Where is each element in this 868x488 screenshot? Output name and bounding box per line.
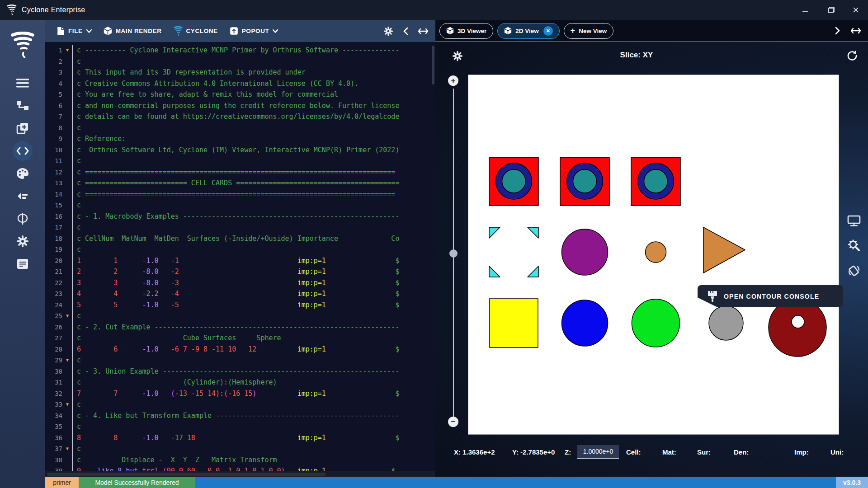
code-text[interactable]: 9 like 8 but trcl (90 0 60 0 0 1 0 1 0 1… <box>72 465 395 471</box>
viewer-tab-new-view[interactable]: +New View <box>564 23 614 39</box>
open-contour-console-button[interactable]: OPEN CONTOUR CONSOLE <box>698 285 843 307</box>
code-line[interactable]: 15c <box>45 200 435 211</box>
code-text[interactable]: 2 2 -8.0 -2 imp:p=1 $ <box>72 266 399 277</box>
code-text[interactable]: c Reference: <box>72 133 126 145</box>
code-line[interactable]: 234 4 -2.2 -4 imp:p=1 $ <box>45 288 435 300</box>
code-line[interactable]: 19c <box>45 244 435 255</box>
code-line[interactable]: 8c <box>45 122 435 134</box>
code-line[interactable]: 11c <box>45 155 435 167</box>
sidebar-item-flow[interactable] <box>13 186 33 206</box>
code-line[interactable]: 368 8 -1.0 -17 18 imp:p=1 $ <box>45 432 435 444</box>
minimize-button[interactable] <box>801 6 809 14</box>
geometry-cell-polygon[interactable] <box>703 227 745 273</box>
code-text[interactable]: c ========================= CELL CARDS =… <box>72 178 399 189</box>
monitor-icon[interactable] <box>847 215 861 227</box>
code-text[interactable]: 8 8 -1.0 -17 18 imp:p=1 $ <box>72 432 399 444</box>
code-text[interactable]: c details can be found at https://creati… <box>72 111 399 122</box>
editor-settings-gear-icon[interactable] <box>383 26 393 36</box>
code-text[interactable]: c <box>72 222 81 233</box>
fold-arrow-icon[interactable]: ▼ <box>62 45 72 56</box>
code-text[interactable]: c CellNum MatNum MatDen Surfaces (-Insid… <box>72 233 399 244</box>
fold-arrow-icon[interactable]: ▼ <box>62 355 72 366</box>
code-text[interactable]: c <box>72 155 81 167</box>
code-text[interactable]: c <box>72 421 81 432</box>
code-text[interactable]: c <box>72 443 81 455</box>
collapse-left-icon[interactable] <box>403 27 408 35</box>
code-text[interactable]: c <box>72 122 81 134</box>
rotate-device-icon[interactable] <box>847 264 861 277</box>
code-text[interactable]: c - 2. Cut Example ---------------------… <box>72 322 399 333</box>
code-line[interactable]: 17c <box>45 222 435 233</box>
code-line[interactable]: 37▼c <box>45 443 435 455</box>
geometry-cell-polygon[interactable] <box>489 227 500 238</box>
code-line[interactable]: 6c and non-commercial purposes using the… <box>45 100 435 112</box>
code-text[interactable]: 6 6 -1.0 -6 7 -9 8 -11 10 12 imp:p=1 $ <box>72 344 399 355</box>
geometry-cell-circle[interactable] <box>792 315 804 328</box>
code-line[interactable]: 223 3 -8.0 -3 imp:p=1 $ <box>45 277 435 289</box>
geometry-cell-circle[interactable] <box>646 242 666 263</box>
code-text[interactable]: c and non-commercial purposes using the … <box>72 100 399 112</box>
fold-arrow-icon[interactable]: ▼ <box>62 310 72 322</box>
code-text[interactable]: c <box>72 399 81 410</box>
code-text[interactable]: c Creative Commons Attribution 4.0 Inter… <box>72 78 359 89</box>
geometry-cell-circle[interactable] <box>562 229 608 275</box>
maximize-button[interactable] <box>826 6 835 14</box>
render-settings-icon[interactable] <box>847 239 861 252</box>
code-line[interactable]: 38c Displace - X Y Z Matrix Transform <box>45 455 435 466</box>
code-line[interactable]: 5c You are free to share, adapt & remix … <box>45 89 435 100</box>
code-line[interactable]: 4c Creative Commons Attribution 4.0 Inte… <box>45 78 435 89</box>
code-line[interactable]: 25▼c <box>45 310 435 322</box>
code-text[interactable]: c ---------- Cyclone Interactive MCNP Pr… <box>72 45 399 56</box>
code-line[interactable]: 31c (Cylinder):(Hemisphere) <box>45 377 435 388</box>
code-text[interactable]: c You are free to share, adapt & remix t… <box>72 89 338 100</box>
code-text[interactable]: c <box>72 310 81 322</box>
sidebar-item-appearance[interactable] <box>13 164 33 183</box>
zoom-in-button[interactable]: + <box>448 75 458 86</box>
geometry-cell-circle[interactable] <box>562 300 608 346</box>
code-text[interactable]: c ======================================… <box>72 189 395 200</box>
geometry-cell-rect[interactable] <box>490 299 538 347</box>
code-line[interactable]: 12c ====================================… <box>45 167 435 178</box>
code-text[interactable]: c <box>72 355 81 366</box>
code-line[interactable]: 14c ====================================… <box>45 189 435 200</box>
sidebar-item-code-editor[interactable] <box>13 141 33 161</box>
code-line[interactable]: 34c - 4. Like but Transform Example ----… <box>45 410 435 422</box>
geometry-cell-circle[interactable] <box>709 306 743 340</box>
expand-tabs-icon[interactable] <box>835 27 840 35</box>
code-text[interactable]: c <box>72 200 81 211</box>
code-line[interactable]: 9c Reference: <box>45 133 435 145</box>
open-file-tab[interactable]: primer <box>45 477 79 488</box>
code-text[interactable]: c Displace - X Y Z Matrix Transform <box>72 455 277 466</box>
sidebar-item-axis[interactable] <box>13 209 33 229</box>
code-line[interactable]: 16c - 1. Macrobody Examples ------------… <box>45 211 435 222</box>
code-text[interactable]: c <box>72 244 81 255</box>
code-text[interactable]: 4 4 -2.2 -4 imp:p=1 $ <box>72 288 399 300</box>
code-text[interactable]: 1 1 -1.0 -1 imp:p=1 $ <box>72 255 399 267</box>
geometry-cell-circle[interactable] <box>644 169 668 193</box>
code-line[interactable]: 13c ========================= CELL CARDS… <box>45 178 435 189</box>
code-editor[interactable]: 1▼c ---------- Cyclone Interactive MCNP … <box>45 42 435 471</box>
code-text[interactable]: c <box>72 56 81 67</box>
code-line[interactable]: 3c This input and its 3D representation … <box>45 67 435 78</box>
code-line[interactable]: 26c - 2. Cut Example -------------------… <box>45 322 435 333</box>
geometry-cell-polygon[interactable] <box>489 266 500 277</box>
fold-arrow-icon[interactable]: ▼ <box>62 399 72 410</box>
code-text[interactable]: c ======================================… <box>72 167 395 178</box>
refresh-view-icon[interactable] <box>846 50 858 61</box>
code-line[interactable]: 201 1 -1.0 -1 imp:p=1 $ <box>45 255 435 267</box>
code-text[interactable]: c Orthrus Software Ltd, Cyclone (TM) Vie… <box>72 145 399 156</box>
sidebar-item-add-view[interactable] <box>13 118 33 138</box>
geometry-cell-polygon[interactable] <box>528 266 538 277</box>
code-line[interactable]: 1▼c ---------- Cyclone Interactive MCNP … <box>45 45 435 56</box>
code-text[interactable]: c This input and its 3D representation i… <box>72 67 306 78</box>
code-text[interactable]: 3 3 -8.0 -3 imp:p=1 $ <box>72 277 399 289</box>
sidebar-item-notes[interactable] <box>13 254 33 274</box>
geometry-cell-circle[interactable] <box>632 299 680 347</box>
code-text[interactable]: 7 7 -1.0 (-13 -15 14):(-16 15) imp:p=1 $ <box>72 388 399 399</box>
geometry-cell-circle[interactable] <box>502 169 526 193</box>
zoom-slider-thumb[interactable] <box>449 249 458 258</box>
code-line[interactable]: 286 6 -1.0 -6 7 -9 8 -11 10 12 imp:p=1 $ <box>45 344 435 355</box>
sidebar-item-settings[interactable] <box>13 231 33 251</box>
code-line[interactable]: 29▼c <box>45 355 435 366</box>
code-line[interactable]: 33▼c <box>45 399 435 410</box>
